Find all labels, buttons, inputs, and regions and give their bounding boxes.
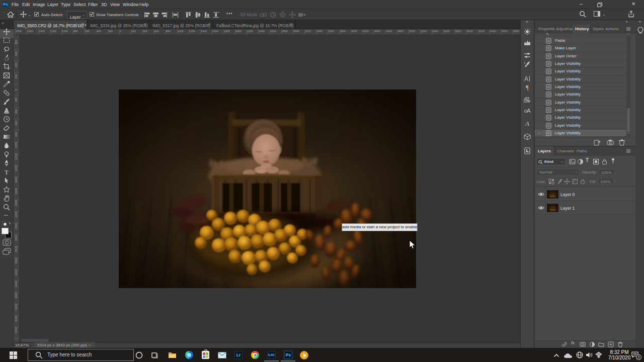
- svg-text:A: A: [525, 120, 529, 127]
- svg-text:A: A: [527, 108, 531, 113]
- svg-text:A: A: [524, 75, 528, 82]
- svg-text:¶: ¶: [526, 84, 529, 90]
- svg-text:T: T: [5, 168, 9, 175]
